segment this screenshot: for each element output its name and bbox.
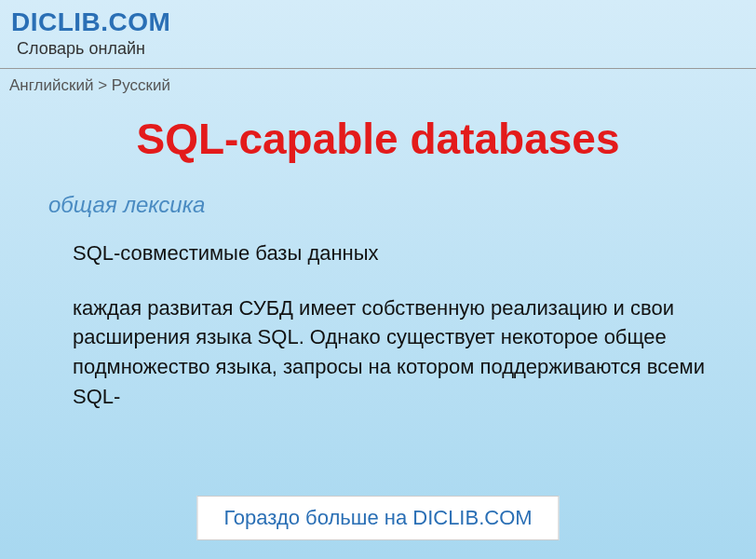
breadcrumb-from[interactable]: Английский xyxy=(9,76,93,94)
entry-title: SQL-capable databases xyxy=(0,114,756,164)
entry-description: каждая развитая СУБД имеет собственную р… xyxy=(73,293,719,413)
entry-category: общая лексика xyxy=(48,192,756,218)
entry-definition: SQL-совместимые базы данных xyxy=(73,240,756,267)
more-link[interactable]: Гораздо больше на DICLIB.COM xyxy=(196,496,559,540)
site-header: DICLIB.COM Словарь онлайн xyxy=(0,0,756,62)
breadcrumb: Английский > Русский xyxy=(0,76,756,102)
site-title[interactable]: DICLIB.COM xyxy=(11,7,745,37)
header-divider xyxy=(0,68,756,69)
site-subtitle: Словарь онлайн xyxy=(17,39,745,59)
breadcrumb-separator: > xyxy=(98,76,107,94)
breadcrumb-to[interactable]: Русский xyxy=(112,76,170,94)
